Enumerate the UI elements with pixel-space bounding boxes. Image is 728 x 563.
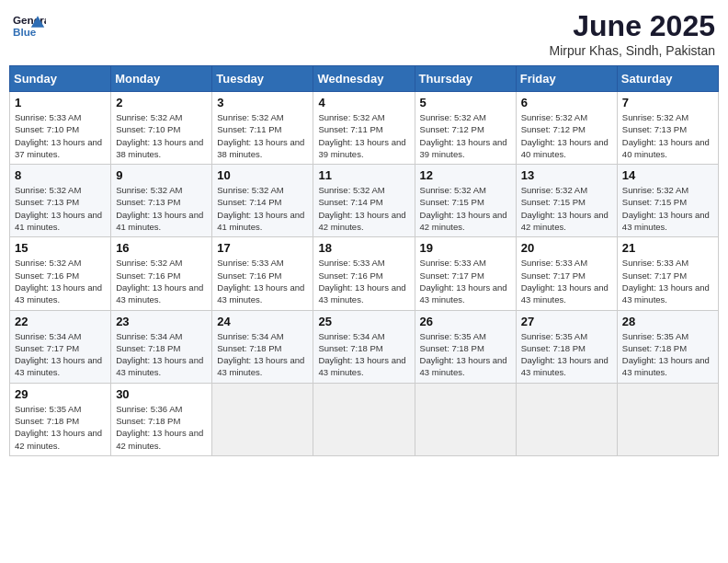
- day-number: 17: [217, 241, 308, 255]
- day-info: Sunrise: 5:34 AMSunset: 7:18 PMDaylight:…: [318, 330, 409, 379]
- calendar-row: 22Sunrise: 5:34 AMSunset: 7:17 PMDayligh…: [10, 310, 719, 383]
- day-info: Sunrise: 5:33 AMSunset: 7:17 PMDaylight:…: [622, 257, 713, 305]
- day-info: Sunrise: 5:32 AMSunset: 7:11 PMDaylight:…: [318, 111, 409, 160]
- table-cell: 29Sunrise: 5:35 AMSunset: 7:18 PMDayligh…: [10, 383, 111, 455]
- day-number: 5: [420, 96, 511, 109]
- table-cell: 19Sunrise: 5:33 AMSunset: 7:17 PMDayligh…: [415, 237, 516, 310]
- day-info: Sunrise: 5:33 AMSunset: 7:10 PMDaylight:…: [15, 111, 106, 160]
- table-cell: 2Sunrise: 5:32 AMSunset: 7:10 PMDaylight…: [111, 92, 212, 165]
- day-number: 30: [116, 387, 207, 401]
- day-info: Sunrise: 5:34 AMSunset: 7:18 PMDaylight:…: [217, 330, 308, 379]
- day-number: 2: [116, 96, 207, 109]
- day-info: Sunrise: 5:32 AMSunset: 7:12 PMDaylight:…: [521, 111, 612, 160]
- table-cell: 26Sunrise: 5:35 AMSunset: 7:18 PMDayligh…: [415, 310, 516, 383]
- day-number: 12: [420, 168, 511, 182]
- day-number: 13: [521, 168, 612, 182]
- col-sunday: Sunday: [10, 66, 111, 92]
- table-cell: 18Sunrise: 5:33 AMSunset: 7:16 PMDayligh…: [313, 237, 415, 310]
- day-info: Sunrise: 5:33 AMSunset: 7:16 PMDaylight:…: [217, 257, 308, 305]
- day-number: 8: [15, 168, 106, 182]
- day-number: 29: [15, 387, 106, 401]
- day-info: Sunrise: 5:34 AMSunset: 7:17 PMDaylight:…: [15, 330, 106, 379]
- month-title: June 2025: [549, 9, 715, 43]
- day-info: Sunrise: 5:35 AMSunset: 7:18 PMDaylight:…: [521, 330, 612, 379]
- day-number: 22: [15, 315, 106, 328]
- table-cell: 10Sunrise: 5:32 AMSunset: 7:14 PMDayligh…: [212, 165, 313, 237]
- day-number: 9: [116, 168, 207, 182]
- day-number: 1: [15, 96, 106, 109]
- day-number: 11: [318, 168, 409, 182]
- col-saturday: Saturday: [617, 66, 718, 92]
- day-number: 19: [420, 241, 511, 255]
- col-wednesday: Wednesday: [313, 66, 415, 92]
- day-info: Sunrise: 5:32 AMSunset: 7:15 PMDaylight:…: [521, 184, 612, 233]
- calendar-table: Sunday Monday Tuesday Wednesday Thursday…: [9, 65, 719, 456]
- day-info: Sunrise: 5:36 AMSunset: 7:18 PMDaylight:…: [116, 403, 207, 452]
- calendar-row: 29Sunrise: 5:35 AMSunset: 7:18 PMDayligh…: [10, 383, 719, 455]
- day-info: Sunrise: 5:34 AMSunset: 7:18 PMDaylight:…: [116, 330, 207, 379]
- table-cell: [415, 383, 516, 455]
- day-number: 26: [420, 315, 511, 328]
- location-subtitle: Mirpur Khas, Sindh, Pakistan: [549, 43, 715, 58]
- logo: General Blue: [13, 9, 46, 42]
- day-number: 4: [318, 96, 409, 109]
- day-info: Sunrise: 5:32 AMSunset: 7:16 PMDaylight:…: [116, 257, 207, 305]
- day-info: Sunrise: 5:35 AMSunset: 7:18 PMDaylight:…: [622, 330, 713, 379]
- day-info: Sunrise: 5:32 AMSunset: 7:15 PMDaylight:…: [622, 184, 713, 233]
- day-info: Sunrise: 5:33 AMSunset: 7:17 PMDaylight:…: [420, 257, 511, 305]
- table-cell: 22Sunrise: 5:34 AMSunset: 7:17 PMDayligh…: [10, 310, 111, 383]
- col-friday: Friday: [516, 66, 617, 92]
- day-number: 10: [217, 168, 308, 182]
- title-area: June 2025 Mirpur Khas, Sindh, Pakistan: [549, 9, 715, 58]
- table-cell: 28Sunrise: 5:35 AMSunset: 7:18 PMDayligh…: [617, 310, 718, 383]
- page-header: General Blue June 2025 Mirpur Khas, Sind…: [9, 9, 719, 58]
- table-cell: 6Sunrise: 5:32 AMSunset: 7:12 PMDaylight…: [516, 92, 617, 165]
- day-info: Sunrise: 5:33 AMSunset: 7:17 PMDaylight:…: [521, 257, 612, 305]
- day-number: 25: [318, 315, 409, 328]
- day-number: 24: [217, 315, 308, 328]
- table-cell: 1Sunrise: 5:33 AMSunset: 7:10 PMDaylight…: [10, 92, 111, 165]
- day-info: Sunrise: 5:32 AMSunset: 7:11 PMDaylight:…: [217, 111, 308, 160]
- day-info: Sunrise: 5:32 AMSunset: 7:14 PMDaylight:…: [217, 184, 308, 233]
- day-number: 16: [116, 241, 207, 255]
- table-cell: 27Sunrise: 5:35 AMSunset: 7:18 PMDayligh…: [516, 310, 617, 383]
- table-cell: 24Sunrise: 5:34 AMSunset: 7:18 PMDayligh…: [212, 310, 313, 383]
- day-info: Sunrise: 5:35 AMSunset: 7:18 PMDaylight:…: [420, 330, 511, 379]
- table-cell: 7Sunrise: 5:32 AMSunset: 7:13 PMDaylight…: [617, 92, 718, 165]
- table-cell: 3Sunrise: 5:32 AMSunset: 7:11 PMDaylight…: [212, 92, 313, 165]
- day-number: 14: [622, 168, 713, 182]
- table-cell: 21Sunrise: 5:33 AMSunset: 7:17 PMDayligh…: [617, 237, 718, 310]
- table-cell: 4Sunrise: 5:32 AMSunset: 7:11 PMDaylight…: [313, 92, 415, 165]
- table-cell: 17Sunrise: 5:33 AMSunset: 7:16 PMDayligh…: [212, 237, 313, 310]
- day-info: Sunrise: 5:32 AMSunset: 7:13 PMDaylight:…: [622, 111, 713, 160]
- table-cell: 5Sunrise: 5:32 AMSunset: 7:12 PMDaylight…: [415, 92, 516, 165]
- day-number: 3: [217, 96, 308, 109]
- calendar-row: 1Sunrise: 5:33 AMSunset: 7:10 PMDaylight…: [10, 92, 719, 165]
- day-info: Sunrise: 5:32 AMSunset: 7:10 PMDaylight:…: [116, 111, 207, 160]
- day-number: 20: [521, 241, 612, 255]
- day-info: Sunrise: 5:32 AMSunset: 7:16 PMDaylight:…: [15, 257, 106, 305]
- day-number: 18: [318, 241, 409, 255]
- table-cell: [313, 383, 415, 455]
- day-number: 23: [116, 315, 207, 328]
- col-thursday: Thursday: [415, 66, 516, 92]
- table-cell: [617, 383, 718, 455]
- table-cell: 25Sunrise: 5:34 AMSunset: 7:18 PMDayligh…: [313, 310, 415, 383]
- col-monday: Monday: [111, 66, 212, 92]
- day-number: 28: [622, 315, 713, 328]
- table-cell: 20Sunrise: 5:33 AMSunset: 7:17 PMDayligh…: [516, 237, 617, 310]
- table-cell: 13Sunrise: 5:32 AMSunset: 7:15 PMDayligh…: [516, 165, 617, 237]
- day-info: Sunrise: 5:32 AMSunset: 7:15 PMDaylight:…: [420, 184, 511, 233]
- day-info: Sunrise: 5:32 AMSunset: 7:12 PMDaylight:…: [420, 111, 511, 160]
- calendar-row: 8Sunrise: 5:32 AMSunset: 7:13 PMDaylight…: [10, 165, 719, 237]
- table-cell: [516, 383, 617, 455]
- table-cell: 9Sunrise: 5:32 AMSunset: 7:13 PMDaylight…: [111, 165, 212, 237]
- table-cell: 12Sunrise: 5:32 AMSunset: 7:15 PMDayligh…: [415, 165, 516, 237]
- day-number: 27: [521, 315, 612, 328]
- day-number: 6: [521, 96, 612, 109]
- day-info: Sunrise: 5:32 AMSunset: 7:14 PMDaylight:…: [318, 184, 409, 233]
- table-cell: 8Sunrise: 5:32 AMSunset: 7:13 PMDaylight…: [10, 165, 111, 237]
- table-cell: 30Sunrise: 5:36 AMSunset: 7:18 PMDayligh…: [111, 383, 212, 455]
- logo-icon: General Blue: [13, 9, 46, 42]
- day-number: 15: [15, 241, 106, 255]
